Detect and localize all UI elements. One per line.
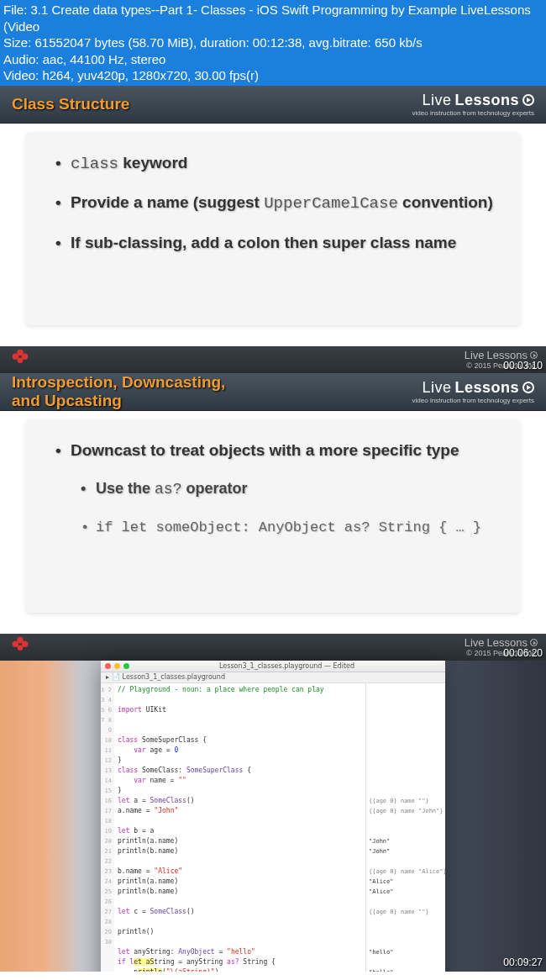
play-icon (522, 382, 534, 393)
media-metadata: File: 3.1 Create data types--Part 1- Cla… (0, 0, 546, 86)
bullet-class-keyword: class keyword (55, 153, 502, 175)
zoom-icon[interactable] (123, 663, 129, 669)
code-editor[interactable]: // Playground - noun: a place where peop… (114, 683, 365, 972)
timestamp-2: 00:06:20 (503, 647, 543, 659)
slide-2-body: Downcast to treat objects with a more sp… (25, 419, 521, 613)
bullet-if-let-code: if let someObject: AnyObject as? String … (81, 519, 502, 537)
slide-1: Class Structure LiveLessons video instru… (0, 86, 546, 373)
slide-2-footer: LiveLessons © 2015 Pearson, Inc. 00:06:2… (0, 634, 546, 661)
xcode-window: Lesson3_1_classes.playground — Edited ▸ … (101, 661, 445, 972)
play-icon (522, 94, 534, 106)
timestamp-3: 00:09:27 (503, 956, 543, 968)
meta-video: Video: h264, yuv420p, 1280x720, 30.00 fp… (3, 67, 543, 84)
slide-2-title: Introspection, Downcasting,and Upcasting (12, 373, 225, 410)
play-icon-small (530, 351, 538, 359)
bullet-as-operator: Use the as? operator (81, 479, 502, 499)
slide-2-header: Introspection, Downcasting,and Upcasting… (0, 373, 546, 411)
minimize-icon[interactable] (114, 663, 120, 669)
brand-icon (8, 634, 32, 660)
slide-1-footer: LiveLessons © 2015 Pearson, Inc. 00:03:1… (0, 346, 546, 373)
svg-point-6 (17, 637, 23, 643)
slide-1-body: class keyword Provide a name (suggest Up… (25, 132, 521, 325)
meta-size: Size: 61552047 bytes (58.70 MiB), durati… (3, 34, 543, 51)
svg-point-3 (18, 358, 24, 364)
close-icon[interactable] (105, 663, 111, 669)
xcode-titlebar: Lesson3_1_classes.playground — Edited (101, 661, 445, 672)
slide-3: Lesson3_1_classes.playground — Edited ▸ … (0, 661, 546, 972)
slide-1-header: Class Structure LiveLessons video instru… (0, 86, 546, 124)
bullet-subclassing: If sub-classing, add a colon then super … (55, 233, 502, 254)
meta-audio: Audio: aac, 44100 Hz, stereo (3, 51, 543, 68)
livelessons-brand: LiveLessons video instruction from techn… (412, 92, 534, 117)
bullet-provide-name: Provide a name (suggest UpperCamelCase c… (55, 192, 502, 214)
window-title: Lesson3_1_classes.playground — Edited (133, 662, 441, 670)
svg-point-7 (18, 645, 24, 651)
line-gutter: 1 2 3 4 5 6 7 8 9 10 11 12 13 14 15 16 1… (101, 683, 114, 972)
slide-2: Introspection, Downcasting,and Upcasting… (0, 373, 546, 661)
tab-bar[interactable]: ▸ 📄 Lesson3_1_classes.playground (101, 672, 445, 683)
livelessons-brand: LiveLessons video instruction from techn… (412, 379, 534, 404)
play-icon-small (530, 639, 538, 646)
svg-point-2 (17, 350, 23, 356)
meta-file: File: 3.1 Create data types--Part 1- Cla… (3, 2, 543, 34)
brand-icon (8, 346, 32, 372)
slide-1-title: Class Structure (12, 95, 129, 113)
timestamp-1: 00:03:10 (503, 360, 543, 371)
results-sidebar: {{age 0} name ""} {{age 0} name "John"} … (365, 683, 445, 972)
bullet-downcast: Downcast to treat objects with a more sp… (55, 440, 502, 461)
